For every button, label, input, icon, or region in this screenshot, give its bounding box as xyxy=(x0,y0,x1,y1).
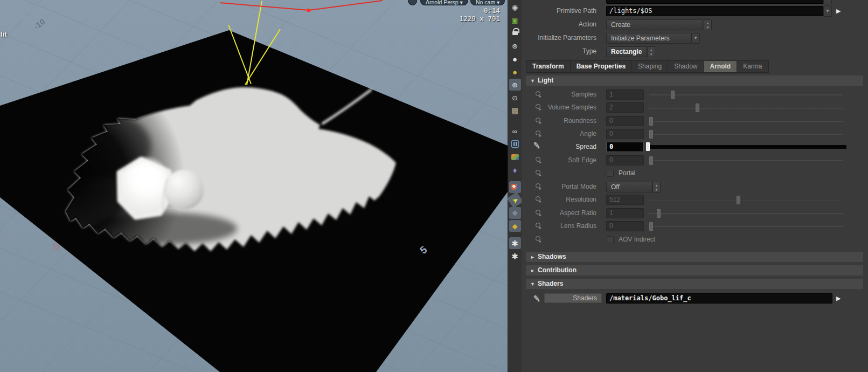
type-spinner[interactable]: ▲ ▼ xyxy=(647,46,655,57)
clipped-top-dropdown-icon[interactable]: ▼ xyxy=(823,0,832,4)
section-contribution[interactable]: ►Contribution xyxy=(526,265,863,275)
parameter-tabs: Transform Base Properties Shaping Shadow… xyxy=(526,60,769,73)
render-time: 0:14 xyxy=(484,6,500,15)
select-geometry-icon[interactable]: ▣ xyxy=(509,14,521,26)
renderer-persp-menu[interactable]: Arnold Persp ▾ xyxy=(420,0,468,5)
initialize-parameters-button[interactable]: Initialize Parameters xyxy=(606,33,691,44)
soft-edge-slider[interactable] xyxy=(649,160,843,161)
pause-render-icon[interactable] xyxy=(509,138,521,150)
scene-viewport[interactable]: lit -10 10 -5 5 Arnold Persp ▾ No cam ▾ … xyxy=(0,0,508,372)
tab-shaping[interactable]: Shaping xyxy=(631,60,668,73)
param-shaders: ✎ Shaders /materials/Gobo_lif_c ▶ xyxy=(522,293,868,306)
resolution-slider[interactable] xyxy=(649,199,843,201)
samples-input[interactable]: 1 xyxy=(606,89,644,100)
houdini-window: lit -10 10 -5 5 Arnold Persp ▾ No cam ▾ … xyxy=(0,0,868,372)
highquality-light-icon[interactable]: ● xyxy=(509,66,521,78)
param-menu-icon[interactable] xyxy=(536,170,540,175)
angle-input[interactable]: 0 xyxy=(606,129,644,139)
display-settings-icon[interactable]: ✱ xyxy=(509,237,521,249)
primitive-path-input[interactable]: /lights/$OS xyxy=(606,6,823,16)
material-icon[interactable]: ♦ xyxy=(509,164,521,176)
render-region-icon[interactable] xyxy=(509,181,521,193)
primitive-path-expand-icon[interactable]: ▶ xyxy=(836,8,841,15)
viewport-toolbar: ◉ ▣ ⊗ ● ● ⊕ ⊙ ▩ ∞ ♦ ➤ ❖ ◆ ✱ ✱ xyxy=(508,0,522,372)
collapse-icon: ▼ xyxy=(530,76,538,86)
clipped-top-field[interactable] xyxy=(606,0,823,4)
pencil-icon[interactable]: ✎ xyxy=(533,294,540,302)
param-resolution: Resolution 512 xyxy=(522,195,868,206)
headlight-icon[interactable]: ● xyxy=(509,53,521,65)
camera-menu[interactable]: No cam ▾ xyxy=(470,0,505,5)
param-aspect-ratio: Aspect Ratio 1 xyxy=(522,208,868,220)
shaders-input[interactable]: /materials/Gobo_lif_c xyxy=(606,293,832,304)
viewport-render xyxy=(0,0,508,372)
samples-slider[interactable] xyxy=(649,94,843,95)
expand-icon: ► xyxy=(530,252,538,263)
action-select[interactable]: Create xyxy=(606,19,703,30)
collapse-icon: ▼ xyxy=(530,279,538,290)
primitive-path-label: Primitive Path xyxy=(522,7,596,15)
aov-indirect-label: AOV Indirect xyxy=(619,236,655,243)
param-soft-edge: Soft Edge 0 xyxy=(522,155,868,167)
param-menu-icon[interactable] xyxy=(536,236,540,241)
volume-samples-input[interactable]: 2 xyxy=(606,102,644,113)
section-shaders[interactable]: ▼Shaders xyxy=(526,279,863,289)
lock-icon[interactable] xyxy=(509,27,521,39)
initialize-parameters-label: Initialize Parameters xyxy=(522,34,596,42)
tab-shadow[interactable]: Shadow xyxy=(668,60,703,73)
snapshot-icon[interactable] xyxy=(509,151,521,163)
volume-samples-slider[interactable] xyxy=(649,107,843,109)
tab-transform[interactable]: Transform xyxy=(526,60,570,73)
render-resolution: 1229 x 791 xyxy=(460,15,500,23)
disable-selection-icon[interactable]: ⊗ xyxy=(509,40,521,52)
view-options-icon[interactable]: ◉ xyxy=(509,1,521,13)
aov-indirect-checkbox[interactable] xyxy=(607,236,614,243)
action-label: Action xyxy=(522,20,596,28)
spread-slider[interactable] xyxy=(649,145,846,149)
aspect-ratio-input[interactable]: 1 xyxy=(606,208,644,218)
tab-arnold[interactable]: Arnold xyxy=(704,60,737,73)
param-samples: Samples 1 xyxy=(522,89,868,101)
portal-mode-spinner[interactable]: ▲ ▼ xyxy=(652,182,661,192)
view-pin-add-icon[interactable]: ⊕ xyxy=(509,79,521,91)
param-lens-radius: Lens Radius 0 xyxy=(522,221,868,233)
spread-input[interactable]: 0 xyxy=(606,142,644,152)
type-label: Type xyxy=(522,47,596,55)
stereo-glasses-icon[interactable]: ∞ xyxy=(509,125,521,137)
checkered-cube-icon[interactable]: ▩ xyxy=(509,105,521,116)
tab-karma[interactable]: Karma xyxy=(737,60,768,73)
initialize-parameters-dropdown-icon[interactable]: ▼ xyxy=(691,33,700,44)
lens-radius-input[interactable]: 0 xyxy=(606,221,644,231)
select-arrow-icon[interactable]: ➤ xyxy=(506,192,523,209)
shaders-expand-icon[interactable]: ▶ xyxy=(836,295,841,302)
aspect-ratio-slider[interactable] xyxy=(649,213,843,214)
portal-checkbox[interactable] xyxy=(607,170,614,177)
section-shadows[interactable]: ►Shadows xyxy=(526,252,863,262)
resolution-input[interactable]: 512 xyxy=(606,195,644,205)
type-select[interactable]: Rectangle xyxy=(606,46,647,57)
roundness-input[interactable]: 0 xyxy=(606,116,644,126)
parameter-panel: ▼ Primitive Path /lights/$OS ▼ ▶ Action … xyxy=(522,0,868,372)
angle-slider[interactable] xyxy=(649,134,843,135)
lens-radius-slider[interactable] xyxy=(649,226,843,227)
tab-base-properties[interactable]: Base Properties xyxy=(570,60,631,73)
soft-edge-input[interactable]: 0 xyxy=(606,155,644,166)
section-light[interactable]: ▼Light xyxy=(526,75,863,86)
param-aov-indirect: AOV Indirect xyxy=(522,235,868,246)
param-portal-mode: Portal Mode Off ▲ ▼ xyxy=(522,182,868,194)
objects-filter-icon[interactable]: ❖ xyxy=(509,207,521,219)
gold-diamond-icon[interactable]: ◆ xyxy=(509,220,521,232)
expand-icon: ► xyxy=(530,266,538,276)
portal-mode-select[interactable]: Off xyxy=(606,182,652,192)
param-angle: Angle 0 xyxy=(522,129,868,141)
shaders-label: Shaders xyxy=(544,293,602,303)
view-pin-icon[interactable]: ⊙ xyxy=(509,92,521,104)
param-volume-samples: Volume Samples 2 xyxy=(522,102,868,114)
param-spread: ✎ Spread 0 xyxy=(522,142,868,154)
portal-label: Portal xyxy=(619,169,635,177)
primitive-path-dropdown-icon[interactable]: ▼ xyxy=(823,6,832,17)
viewport-settings-icon[interactable]: ✱ xyxy=(509,250,521,262)
action-spinner[interactable]: ▲ ▼ xyxy=(704,19,712,30)
light-name-label: lit xyxy=(1,30,7,38)
roundness-slider[interactable] xyxy=(649,121,843,122)
